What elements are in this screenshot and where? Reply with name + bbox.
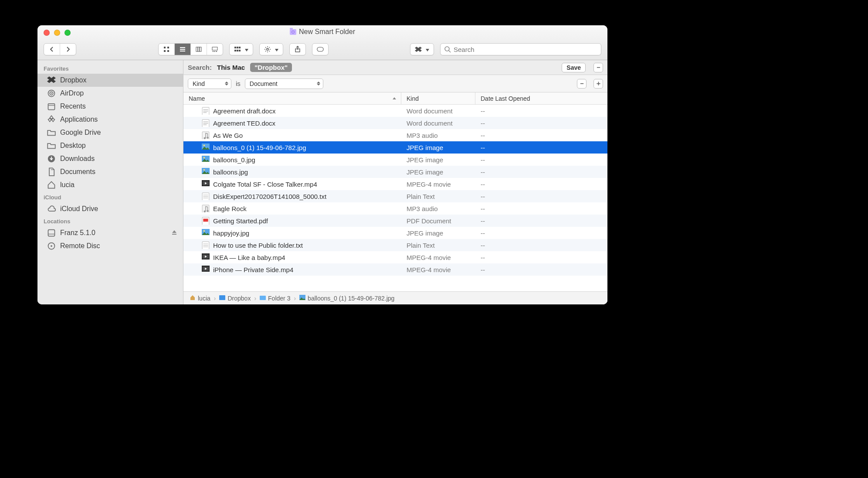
table-row[interactable]: iPhone — Private Side.mp4MPEG-4 movie-- <box>183 263 607 276</box>
svg-rect-9 <box>214 51 215 52</box>
sidebar-item-applications[interactable]: Applications <box>37 113 183 126</box>
mp3-file-icon <box>202 131 210 139</box>
table-row[interactable]: Colgate Total SF - Close Talker.mp4MPEG-… <box>183 178 607 190</box>
svg-rect-10 <box>216 51 217 52</box>
file-date: -- <box>475 120 607 127</box>
table-row[interactable]: balloons_0 (1) 15-49-06-782.jpgJPEG imag… <box>183 141 607 154</box>
zoom-button[interactable] <box>64 30 71 36</box>
file-date: -- <box>475 181 607 188</box>
add-rule-button[interactable]: ＋ <box>593 79 603 89</box>
column-kind[interactable]: Kind <box>401 92 475 104</box>
table-row[interactable]: How to use the Public folder.txtPlain Te… <box>183 239 607 251</box>
sidebar-item-downloads[interactable]: Downloads <box>37 152 183 165</box>
remove-all-rules-button[interactable]: － <box>593 63 603 72</box>
arrange-icon <box>234 46 241 53</box>
path-segment[interactable]: Folder 3 <box>260 294 290 302</box>
table-row[interactable]: Agreement draft.docxWord document-- <box>183 105 607 117</box>
gallery-view-button[interactable] <box>207 44 223 55</box>
arrange-button[interactable] <box>229 43 253 55</box>
search-input[interactable] <box>454 46 597 53</box>
table-row[interactable]: Agreement TED.docxWord document-- <box>183 117 607 129</box>
back-button[interactable] <box>44 44 60 55</box>
forward-button[interactable] <box>60 44 76 55</box>
sidebar-item-icloud-drive[interactable]: iCloud Drive <box>37 202 183 215</box>
sidebar-item-label: lucia <box>60 181 75 189</box>
sidebar-item-dropbox[interactable]: Dropbox <box>37 74 183 87</box>
remove-rule-button[interactable]: － <box>577 79 587 89</box>
svg-point-20 <box>445 47 449 51</box>
sidebar-item-desktop[interactable]: Desktop <box>37 139 183 152</box>
chevron-down-icon <box>274 45 278 53</box>
table-row[interactable]: balloons.jpgJPEG image-- <box>183 166 607 178</box>
file-kind: JPEG image <box>401 229 475 237</box>
search-field[interactable] <box>440 43 601 55</box>
svg-rect-4 <box>196 47 198 51</box>
svg-rect-15 <box>237 50 238 51</box>
sidebar-item-documents[interactable]: Documents <box>37 165 183 178</box>
doc-file-icon <box>202 107 210 115</box>
share-icon <box>294 46 301 53</box>
column-view-button[interactable] <box>191 44 207 55</box>
close-button[interactable] <box>44 30 50 36</box>
sidebar-item-remote-disc[interactable]: Remote Disc <box>37 239 183 253</box>
home-icon <box>47 181 56 189</box>
eject-icon[interactable] <box>172 229 177 237</box>
svg-point-58 <box>203 230 205 232</box>
share-button[interactable] <box>289 43 306 55</box>
sidebar-item-recents[interactable]: Recents <box>37 100 183 113</box>
sidebar-item-airdrop[interactable]: AirDrop <box>37 87 183 100</box>
file-list[interactable]: Agreement draft.docxWord document--Agree… <box>183 105 607 291</box>
icon-view-button[interactable] <box>159 44 175 55</box>
smart-folder-icon <box>290 29 296 35</box>
path-bar: lucia›Dropbox›Folder 3›balloons_0 (1) 15… <box>183 291 607 304</box>
sort-asc-icon <box>392 95 397 102</box>
column-date[interactable]: Date Last Opened <box>475 95 607 102</box>
table-row[interactable]: happyjoy.jpgJPEG image-- <box>183 227 607 239</box>
file-name: balloons_0 (1) 15-49-06-782.jpg <box>213 144 306 151</box>
file-name: DiskExpert20170206T141008_5000.txt <box>213 193 326 200</box>
path-segment-label: Folder 3 <box>268 295 290 302</box>
column-name[interactable]: Name <box>183 92 401 104</box>
svg-rect-67 <box>219 295 225 300</box>
action-button[interactable] <box>259 43 283 55</box>
svg-point-41 <box>203 145 205 147</box>
gear-icon <box>264 46 271 53</box>
file-date: -- <box>475 217 607 225</box>
rule-value-select[interactable]: Document <box>245 79 323 89</box>
vid-file-icon <box>202 253 210 261</box>
scope-dropbox[interactable]: "Dropbox" <box>250 63 292 72</box>
dropbox-toolbar-button[interactable] <box>410 43 434 55</box>
path-segment[interactable]: balloons_0 (1) 15-49-06-782.jpg <box>299 294 394 302</box>
path-segment[interactable]: Dropbox <box>219 294 251 302</box>
path-segment[interactable]: lucia <box>190 294 210 302</box>
folder-icon <box>47 141 56 150</box>
list-view-button[interactable] <box>175 44 191 55</box>
rule-attribute-select[interactable]: Kind <box>188 79 231 89</box>
file-kind: JPEG image <box>401 168 475 176</box>
table-row[interactable]: As We GoMP3 audio-- <box>183 129 607 141</box>
sidebar-item-google-drive[interactable]: Google Drive <box>37 126 183 139</box>
path-segment-label: Dropbox <box>227 295 251 302</box>
svg-rect-14 <box>234 50 236 51</box>
table-row[interactable]: balloons_0.jpgJPEG image-- <box>183 154 607 166</box>
table-row[interactable]: Eagle RockMP3 audio-- <box>183 202 607 215</box>
table-row[interactable]: DiskExpert20170206T141008_5000.txtPlain … <box>183 190 607 202</box>
table-row[interactable]: Getting Started.pdfPDF Document-- <box>183 215 607 227</box>
table-row[interactable]: IKEA — Like a baby.mp4MPEG-4 movie-- <box>183 251 607 263</box>
save-button[interactable]: Save <box>562 63 586 72</box>
svg-rect-24 <box>48 104 55 110</box>
file-name: Getting Started.pdf <box>213 217 268 225</box>
svg-rect-56 <box>203 219 208 222</box>
sidebar-item-lucia[interactable]: lucia <box>37 178 183 191</box>
svg-point-45 <box>203 169 205 171</box>
minimize-button[interactable] <box>54 30 60 36</box>
scope-this-mac[interactable]: This Mac <box>217 64 245 71</box>
vid-file-icon <box>202 266 210 273</box>
chevron-right-icon: › <box>214 295 216 302</box>
file-kind: Word document <box>401 107 475 115</box>
gallery-icon <box>211 46 218 53</box>
sidebar-section-label: Favorites <box>37 63 183 74</box>
sidebar-item-franz-5.1.0[interactable]: Franz 5.1.0 <box>37 226 183 239</box>
file-date: -- <box>475 254 607 261</box>
tags-button[interactable] <box>312 43 329 55</box>
